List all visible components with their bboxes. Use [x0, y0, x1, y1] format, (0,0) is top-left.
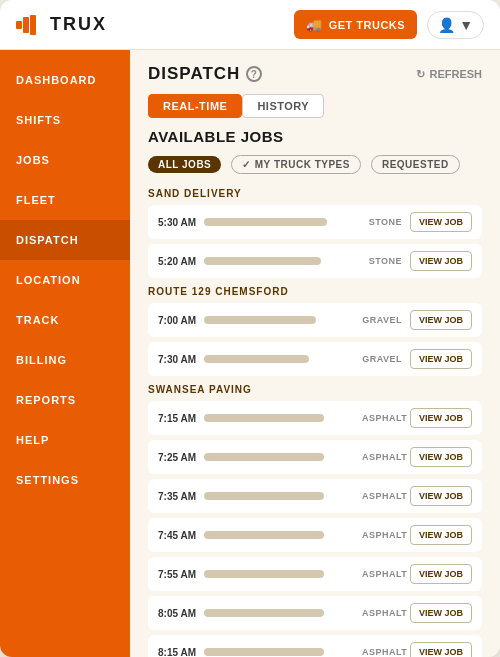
job-bar-wrap: [204, 609, 354, 617]
dispatch-title: DISPATCH: [148, 64, 240, 84]
job-material: GRAVEL: [362, 315, 402, 325]
filter-chip-all-jobs[interactable]: ALL JOBS: [148, 156, 221, 173]
view-job-button[interactable]: VIEW JOB: [410, 525, 472, 545]
job-progress-bar: [204, 609, 324, 617]
table-row: 7:15 AMASPHALTVIEW JOB: [148, 401, 482, 435]
job-bar-wrap: [204, 316, 354, 324]
refresh-label: REFRESH: [429, 68, 482, 80]
job-material: ASPHALT: [362, 647, 402, 657]
job-time: 7:35 AM: [158, 491, 196, 502]
sidebar-item-dispatch[interactable]: DISPATCH: [0, 220, 130, 260]
tabs-row: REAL-TIMEHISTORY: [130, 94, 500, 128]
job-bar-wrap: [204, 570, 354, 578]
sidebar-item-billing[interactable]: BILLING: [0, 340, 130, 380]
job-bar-wrap: [204, 355, 354, 363]
job-time: 7:00 AM: [158, 315, 196, 326]
table-row: 7:30 AMGRAVELVIEW JOB: [148, 342, 482, 376]
filter-chip-my-truck-types[interactable]: ✓ MY TRUCK TYPES: [231, 155, 361, 174]
sidebar-item-track[interactable]: TRACK: [0, 300, 130, 340]
available-jobs-title: AVAILABLE JOBS: [148, 128, 482, 145]
table-row: 8:15 AMASPHALTVIEW JOB: [148, 635, 482, 657]
svg-rect-1: [23, 17, 29, 33]
refresh-icon: ↻: [416, 68, 425, 81]
jobs-scroll[interactable]: AVAILABLE JOBS ALL JOBS✓ MY TRUCK TYPESR…: [130, 128, 500, 657]
section-label: SWANSEA PAVING: [148, 384, 482, 395]
job-time: 7:55 AM: [158, 569, 196, 580]
table-row: 5:20 AMSTONEVIEW JOB: [148, 244, 482, 278]
view-job-button[interactable]: VIEW JOB: [410, 212, 472, 232]
job-material: ASPHALT: [362, 452, 402, 462]
filter-chip-requested[interactable]: REQUESTED: [371, 155, 460, 174]
job-time: 5:20 AM: [158, 256, 196, 267]
job-progress-bar: [204, 316, 316, 324]
tab-real-time[interactable]: REAL-TIME: [148, 94, 242, 118]
view-job-button[interactable]: VIEW JOB: [410, 408, 472, 428]
help-icon[interactable]: ?: [246, 66, 262, 82]
tab-history[interactable]: HISTORY: [242, 94, 324, 118]
header: TRUX 🚚 GET TRUCKS 👤 ▼: [0, 0, 500, 50]
view-job-button[interactable]: VIEW JOB: [410, 310, 472, 330]
section-sand-delivery: SAND DELIVERY5:30 AMSTONEVIEW JOB5:20 AM…: [148, 188, 482, 278]
job-material: ASPHALT: [362, 569, 402, 579]
job-bar-wrap: [204, 414, 354, 422]
job-progress-bar: [204, 531, 324, 539]
logo: TRUX: [16, 14, 107, 35]
table-row: 7:25 AMASPHALTVIEW JOB: [148, 440, 482, 474]
section-label: ROUTE 129 CHEMSFORD: [148, 286, 482, 297]
truck-icon: 🚚: [306, 17, 323, 32]
job-bar-wrap: [204, 492, 354, 500]
view-job-button[interactable]: VIEW JOB: [410, 447, 472, 467]
job-material: ASPHALT: [362, 413, 402, 423]
content-area: DISPATCH ? ↻ REFRESH REAL-TIMEHISTORY AV…: [130, 50, 500, 657]
view-job-button[interactable]: VIEW JOB: [410, 642, 472, 657]
section-route-129-chemsford: ROUTE 129 CHEMSFORD7:00 AMGRAVELVIEW JOB…: [148, 286, 482, 376]
sidebar-item-location[interactable]: LOCATION: [0, 260, 130, 300]
view-job-button[interactable]: VIEW JOB: [410, 603, 472, 623]
view-job-button[interactable]: VIEW JOB: [410, 251, 472, 271]
job-progress-bar: [204, 570, 324, 578]
filter-row: ALL JOBS✓ MY TRUCK TYPESREQUESTED: [148, 155, 482, 174]
job-progress-bar: [204, 492, 324, 500]
job-material: STONE: [362, 217, 402, 227]
view-job-button[interactable]: VIEW JOB: [410, 564, 472, 584]
job-time: 8:15 AM: [158, 647, 196, 658]
refresh-button[interactable]: ↻ REFRESH: [416, 68, 482, 81]
job-progress-bar: [204, 218, 327, 226]
job-time: 7:45 AM: [158, 530, 196, 541]
sidebar-item-jobs[interactable]: JOBS: [0, 140, 130, 180]
table-row: 7:00 AMGRAVELVIEW JOB: [148, 303, 482, 337]
sidebar-item-settings[interactable]: SETTINGS: [0, 460, 130, 500]
page-title: DISPATCH ?: [148, 64, 262, 84]
main-layout: DASHBOARDSHIFTSJOBSFLEETDISPATCHLOCATION…: [0, 50, 500, 657]
job-bar-wrap: [204, 531, 354, 539]
sidebar-item-shifts[interactable]: SHIFTS: [0, 100, 130, 140]
user-menu-button[interactable]: 👤 ▼: [427, 11, 484, 39]
logo-text: TRUX: [50, 14, 107, 35]
job-time: 8:05 AM: [158, 608, 196, 619]
header-right: 🚚 GET TRUCKS 👤 ▼: [294, 10, 484, 39]
sidebar-item-reports[interactable]: REPORTS: [0, 380, 130, 420]
chevron-down-icon: ▼: [459, 17, 473, 33]
view-job-button[interactable]: VIEW JOB: [410, 486, 472, 506]
sidebar-item-fleet[interactable]: FLEET: [0, 180, 130, 220]
sidebar: DASHBOARDSHIFTSJOBSFLEETDISPATCHLOCATION…: [0, 50, 130, 657]
job-bar-wrap: [204, 218, 354, 226]
job-progress-bar: [204, 648, 324, 656]
job-material: STONE: [362, 256, 402, 266]
job-time: 5:30 AM: [158, 217, 196, 228]
svg-rect-2: [30, 15, 36, 35]
table-row: 7:45 AMASPHALTVIEW JOB: [148, 518, 482, 552]
job-progress-bar: [204, 414, 324, 422]
check-icon: ✓: [242, 159, 251, 170]
job-bar-wrap: [204, 648, 354, 656]
job-time: 7:30 AM: [158, 354, 196, 365]
app-container: TRUX 🚚 GET TRUCKS 👤 ▼ DASHBOARDSHIFTSJOB…: [0, 0, 500, 657]
sidebar-item-dashboard[interactable]: DASHBOARD: [0, 60, 130, 100]
job-material: ASPHALT: [362, 530, 402, 540]
table-row: 8:05 AMASPHALTVIEW JOB: [148, 596, 482, 630]
user-avatar-icon: 👤: [438, 17, 455, 33]
sidebar-item-help[interactable]: HELP: [0, 420, 130, 460]
job-time: 7:25 AM: [158, 452, 196, 463]
get-trucks-button[interactable]: 🚚 GET TRUCKS: [294, 10, 417, 39]
view-job-button[interactable]: VIEW JOB: [410, 349, 472, 369]
